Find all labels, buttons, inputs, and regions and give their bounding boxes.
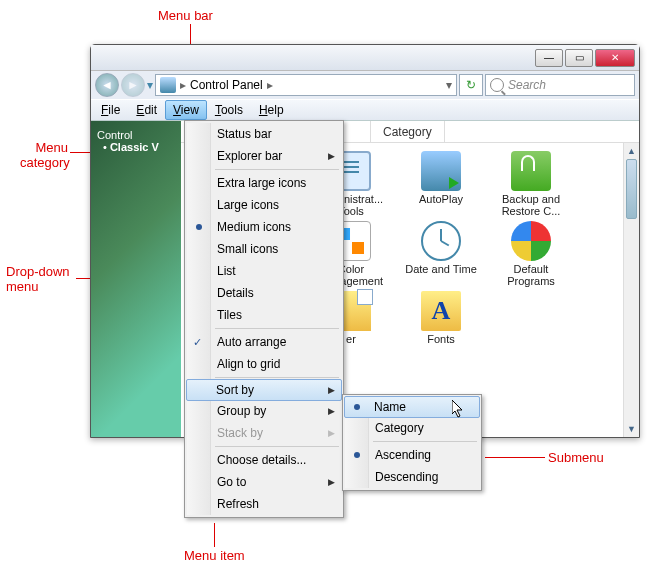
submenu-item-ascending[interactable]: Ascending xyxy=(345,444,479,466)
menu-item-auto-arrange[interactable]: ✓Auto arrange xyxy=(187,331,341,353)
annotation-line xyxy=(214,523,215,547)
menu-item-details[interactable]: Details xyxy=(187,282,341,304)
submenu-arrow-icon: ▶ xyxy=(328,477,335,487)
search-placeholder: Search xyxy=(508,78,546,92)
menu-separator xyxy=(215,169,339,170)
close-button[interactable]: ✕ xyxy=(595,49,635,67)
forward-button[interactable]: ► xyxy=(121,73,145,97)
search-input[interactable]: Search xyxy=(485,74,635,96)
radio-indicator-icon xyxy=(354,404,360,410)
sidebar: Control • Classic V xyxy=(91,121,181,437)
menu-separator xyxy=(215,446,339,447)
control-panel-icon xyxy=(160,77,176,93)
refresh-button[interactable]: ↻ xyxy=(459,74,483,96)
radio-indicator-icon xyxy=(196,224,202,230)
menu-separator xyxy=(373,441,477,442)
menu-item-extra-large-icons[interactable]: Extra large icons xyxy=(187,172,341,194)
sidebar-item[interactable]: • Classic V xyxy=(103,141,175,153)
annotation-menu-item: Menu item xyxy=(184,548,245,563)
breadcrumb-item[interactable]: Control Panel xyxy=(190,78,263,92)
submenu-arrow-icon: ▶ xyxy=(328,428,335,438)
navigation-bar: ◄ ► ▾ ▸ Control Panel ▸ ▾ ↻ Search xyxy=(91,71,639,99)
menu-item-small-icons[interactable]: Small icons xyxy=(187,238,341,260)
menu-separator xyxy=(215,377,339,378)
menu-item-stack-by: Stack by▶ xyxy=(187,422,341,444)
menu-item-tiles[interactable]: Tiles xyxy=(187,304,341,326)
menu-view[interactable]: View xyxy=(165,100,207,120)
vertical-scrollbar[interactable]: ▲ ▼ xyxy=(623,143,639,437)
annotation-submenu: Submenu xyxy=(548,450,604,465)
menu-separator xyxy=(215,328,339,329)
menu-item-sort-by[interactable]: Sort by▶ xyxy=(186,379,342,401)
list-item[interactable]: Backup and Restore C... xyxy=(491,151,571,217)
maximize-button[interactable]: ▭ xyxy=(565,49,593,67)
menu-item-medium-icons[interactable]: Medium icons xyxy=(187,216,341,238)
menu-bar: File Edit View Tools Help xyxy=(91,99,639,121)
chevron-right-icon[interactable]: ▸ xyxy=(267,78,273,92)
address-bar[interactable]: ▸ Control Panel ▸ ▾ xyxy=(155,74,457,96)
explorer-window: — ▭ ✕ ◄ ► ▾ ▸ Control Panel ▸ ▾ ↻ Search… xyxy=(90,44,640,438)
list-item[interactable]: Default Programs xyxy=(491,221,571,287)
menu-item-explorer-bar[interactable]: Explorer bar▶ xyxy=(187,145,341,167)
nav-dropdown-icon[interactable]: ▾ xyxy=(147,78,153,92)
back-button[interactable]: ◄ xyxy=(95,73,119,97)
annotation-dropdown: Drop-down menu xyxy=(6,264,76,294)
annotation-menu-bar: Menu bar xyxy=(158,8,213,23)
menu-item-choose-details[interactable]: Choose details... xyxy=(187,449,341,471)
minimize-button[interactable]: — xyxy=(535,49,563,67)
list-item[interactable]: AutoPlay xyxy=(401,151,481,217)
submenu-item-descending[interactable]: Descending xyxy=(345,466,479,488)
sidebar-item[interactable]: Control xyxy=(97,129,175,141)
chevron-right-icon[interactable]: ▸ xyxy=(180,78,186,92)
menu-item-large-icons[interactable]: Large icons xyxy=(187,194,341,216)
menu-item-align-to-grid[interactable]: Align to grid xyxy=(187,353,341,375)
radio-indicator-icon xyxy=(354,452,360,458)
submenu-arrow-icon: ▶ xyxy=(328,151,335,161)
list-item[interactable]: AFonts xyxy=(401,291,481,345)
titlebar[interactable]: — ▭ ✕ xyxy=(91,45,639,71)
submenu-arrow-icon: ▶ xyxy=(328,385,335,395)
menu-item-list[interactable]: List xyxy=(187,260,341,282)
menu-edit[interactable]: Edit xyxy=(128,100,165,120)
menu-item-refresh[interactable]: Refresh xyxy=(187,493,341,515)
submenu-arrow-icon: ▶ xyxy=(328,406,335,416)
check-indicator-icon: ✓ xyxy=(193,336,202,349)
column-category[interactable]: Category xyxy=(371,121,445,142)
mouse-cursor-icon xyxy=(452,400,466,422)
menu-file[interactable]: File xyxy=(93,100,128,120)
annotation-menu-category: Menu category xyxy=(20,140,68,170)
content-area: Control • Classic V Name Category are Ad… xyxy=(91,121,639,437)
menu-item-group-by[interactable]: Group by▶ xyxy=(187,400,341,422)
scroll-up-icon[interactable]: ▲ xyxy=(624,143,639,159)
address-dropdown-icon[interactable]: ▾ xyxy=(446,78,452,92)
scrollbar-thumb[interactable] xyxy=(626,159,637,219)
menu-item-go-to[interactable]: Go to▶ xyxy=(187,471,341,493)
scroll-down-icon[interactable]: ▼ xyxy=(624,421,639,437)
menu-tools[interactable]: Tools xyxy=(207,100,251,120)
menu-help[interactable]: Help xyxy=(251,100,292,120)
annotation-line xyxy=(485,457,545,458)
search-icon xyxy=(490,78,504,92)
menu-item-status-bar[interactable]: Status bar xyxy=(187,123,341,145)
view-dropdown-menu: Status bar Explorer bar▶ Extra large ico… xyxy=(184,120,344,518)
list-item[interactable]: Date and Time xyxy=(401,221,481,287)
